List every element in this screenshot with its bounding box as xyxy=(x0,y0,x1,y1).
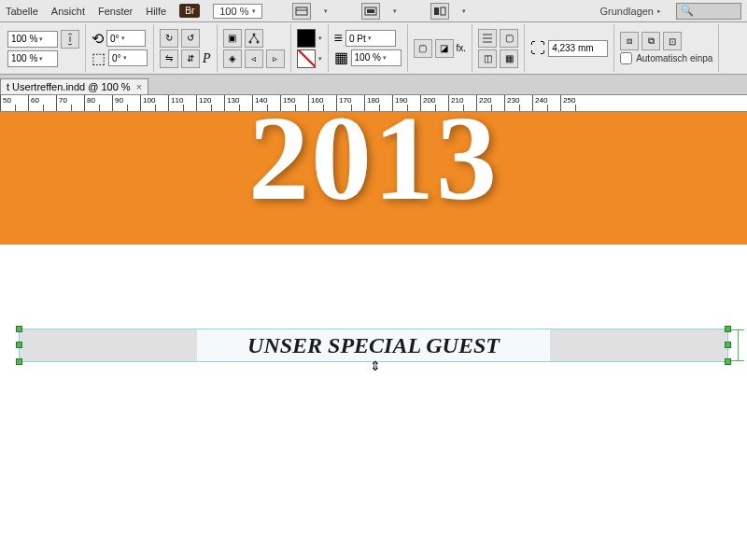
handle-mr[interactable] xyxy=(725,342,731,348)
flip-h-icon[interactable]: ⇋ xyxy=(160,49,178,68)
width-input[interactable]: 4,233 mm xyxy=(548,40,608,57)
document-tab-bar: t Usertreffen.indd @ 100 % × xyxy=(0,75,747,95)
view-mode-icon-2[interactable] xyxy=(361,3,380,20)
select-content-icon[interactable]: ◈ xyxy=(223,49,242,68)
stroke-weight-input[interactable]: 0 Pt▾ xyxy=(345,30,396,47)
crop-icon: ⛶ xyxy=(530,40,545,57)
opacity-input[interactable]: 100 %▾ xyxy=(351,49,402,66)
control-panel: 100 %▾ 100 %▾ ⟲0°▾ ⬚0°▾ ↻ ↺ ⇋ ⇵ P ▣ ◈ ◃ … xyxy=(0,22,747,75)
search-input[interactable]: 🔍 xyxy=(676,3,741,20)
stroke-weight-icon: ≡ xyxy=(334,30,343,47)
close-icon[interactable]: × xyxy=(136,81,142,92)
text-frame-selected[interactable]: UNSER SPECIAL GUEST xyxy=(19,329,728,362)
workspace-selector[interactable]: Grundlagen▸ xyxy=(600,6,662,17)
rotate-icon: ⟲ xyxy=(92,30,104,48)
svg-rect-4 xyxy=(434,7,439,15)
banner-frame[interactable]: 2013 xyxy=(0,112,747,245)
menu-hilfe[interactable]: Hilfe xyxy=(146,6,166,17)
auto-fit-label: Automatisch einpa xyxy=(636,53,712,63)
p-label: P xyxy=(203,51,211,66)
document-tab[interactable]: t Usertreffen.indd @ 100 % × xyxy=(0,78,148,94)
view-mode-icon-1[interactable] xyxy=(292,3,311,20)
frame-margin-right xyxy=(550,329,727,361)
fit-frame-icon-1[interactable]: ⧈ xyxy=(620,32,639,50)
wrap-icon-2[interactable]: ▦ xyxy=(500,49,518,68)
wrap-icon-1[interactable]: ◫ xyxy=(478,49,497,68)
zoom-level-top[interactable]: 100 %▾ xyxy=(213,4,262,19)
flip-v-icon[interactable]: ⇵ xyxy=(181,49,200,68)
menu-tabelle[interactable]: Tabelle xyxy=(6,6,38,17)
select-container-icon[interactable]: ▣ xyxy=(223,29,242,48)
fx-button[interactable]: fx. xyxy=(457,43,467,53)
handle-bl[interactable] xyxy=(16,358,22,365)
resize-cursor-icon: ⇕ xyxy=(370,358,381,373)
heading-text[interactable]: UNSER SPECIAL GUEST xyxy=(247,333,500,358)
handle-tr[interactable] xyxy=(725,326,731,332)
search-icon: 🔍 xyxy=(681,5,694,17)
align-lines-icon[interactable] xyxy=(478,29,497,48)
auto-fit-checkbox[interactable] xyxy=(620,52,632,64)
stroke-swatch[interactable] xyxy=(297,49,316,68)
view-mode-icon-3[interactable] xyxy=(430,3,449,20)
tab-label: t Usertreffen.indd @ 100 % xyxy=(7,81,131,92)
year-text: 2013 xyxy=(248,112,499,217)
opacity-icon: ▦ xyxy=(334,49,348,66)
handle-br[interactable] xyxy=(725,358,731,365)
fit-frame-icon-3[interactable]: ⊡ xyxy=(663,32,682,50)
menu-ansicht[interactable]: Ansicht xyxy=(51,6,85,17)
rotate-cw-icon[interactable]: ↻ xyxy=(160,29,178,48)
fill-swatch[interactable] xyxy=(297,29,316,48)
shear-input[interactable]: 0°▾ xyxy=(108,49,148,66)
svg-rect-5 xyxy=(441,7,445,15)
measure-indicator xyxy=(731,329,744,361)
handle-tl[interactable] xyxy=(16,326,22,332)
menu-bar: Tabelle Ansicht Fenster Hilfe Br 100 %▾ … xyxy=(0,0,747,22)
frame-margin-left xyxy=(20,329,197,361)
fit-frame-icon-2[interactable]: ⧉ xyxy=(641,32,660,50)
handle-ml[interactable] xyxy=(16,342,22,348)
shear-icon: ⬚ xyxy=(92,49,106,67)
svg-rect-3 xyxy=(367,9,374,13)
drop-shadow-icon[interactable]: ◪ xyxy=(435,39,454,58)
scale-y-input[interactable]: 100 %▾ xyxy=(7,50,58,67)
wrap-none-icon[interactable]: ▢ xyxy=(414,39,432,58)
bridge-button[interactable]: Br xyxy=(179,4,200,18)
next-obj-icon[interactable]: ▹ xyxy=(266,49,285,68)
corners-icon[interactable]: ▢ xyxy=(500,29,518,48)
rotation-input[interactable]: 0°▾ xyxy=(106,30,146,47)
hierarchy-icon[interactable] xyxy=(245,29,263,48)
link-scale-icon[interactable] xyxy=(61,30,79,49)
menu-fenster[interactable]: Fenster xyxy=(98,6,133,17)
horizontal-ruler[interactable]: 5060708090100110120130140150160170180190… xyxy=(0,95,747,112)
rotate-ccw-icon[interactable]: ↺ xyxy=(181,29,200,48)
document-canvas[interactable]: 2013 UNSER SPECIAL GUEST ⇕ xyxy=(0,112,747,560)
prev-obj-icon[interactable]: ◃ xyxy=(245,49,263,68)
scale-x-input[interactable]: 100 %▾ xyxy=(7,31,58,48)
svg-rect-0 xyxy=(296,7,307,15)
